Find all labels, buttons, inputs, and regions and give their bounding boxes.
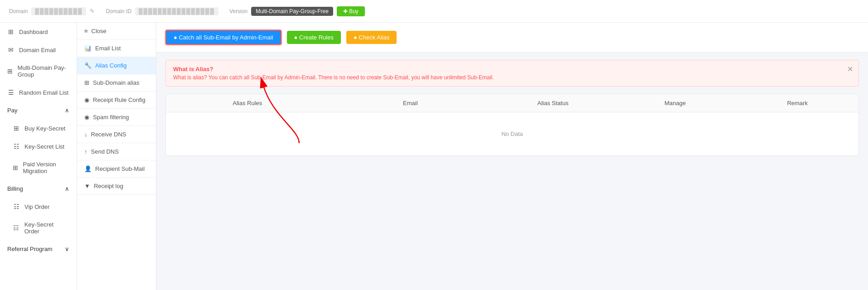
sidebar-item-key-secret-list[interactable]: ☷ Key-Secret List [0,137,77,155]
dashboard-icon: ⊞ [7,28,15,35]
catch-all-button[interactable]: ● Catch all Sub-Email by Admin-Email [165,30,281,45]
multi-domain-icon: ⊞ [7,68,13,75]
secondary-item-close[interactable]: ≡ Close [77,23,156,40]
buy-button[interactable]: ✚ Buy [337,6,365,16]
info-box-description: What is alias? You can catch all Sub-Ema… [173,74,851,81]
edit-icon[interactable]: ✎ [90,8,95,14]
secondary-item-sub-domain-alias[interactable]: ⊞ Sub-Domain alias [77,74,156,92]
mail-icon: ✉ [7,46,15,53]
bar-chart-icon: 📊 [84,45,92,52]
random-email-icon: ☰ [7,89,15,96]
sidebar-section-billing[interactable]: Billing ∧ [0,180,77,198]
secondary-item-alias-config[interactable]: 🔧 Alias Config [77,57,156,74]
sidebar-item-random-email[interactable]: ☰ Random Email List [0,83,77,102]
sidebar-item-label: Random Email List [19,89,68,96]
table-empty-message: No Data [166,112,858,155]
pay-label: Pay [7,107,17,114]
sidebar-item-dashboard[interactable]: ⊞ Dashboard [0,23,77,41]
spam-filter-icon: ◉ [84,114,89,121]
secondary-item-label: Receipt log [94,183,123,189]
table-header: Alias Rules Email Alias Status Manage Re… [166,94,858,112]
sidebar: ⊞ Dashboard ✉ Domain Email ⊞ Multi-Domai… [0,23,77,290]
sidebar-item-label: Vip Order [24,203,49,210]
secondary-item-label: Spam filtering [93,114,129,121]
secondary-item-email-list[interactable]: 📊 Email List [77,40,156,57]
secondary-item-label: Recipient Sub-Mail [95,165,145,172]
sidebar-item-label: Buy Key-Secret [24,125,65,132]
sidebar-item-label: Domain Email [19,47,56,53]
domain-id-label: Domain ID [106,8,131,14]
col-alias-status: Alias Status [492,94,614,112]
key-secret-order-icon: ☷ [13,224,20,232]
sidebar-item-label: Dashboard [19,29,48,35]
secondary-item-label: Receive DNS [91,131,126,138]
col-manage: Manage [614,94,737,112]
secondary-item-label: Receipt Rule Config [93,97,145,103]
secondary-item-spam-filtering[interactable]: ◉ Spam filtering [77,109,156,126]
billing-label: Billing [7,185,23,192]
chevron-up-icon: ∧ [65,107,69,114]
buy-key-icon: ⊞ [13,125,20,132]
referral-label: Referral Program [7,246,53,252]
col-email: Email [329,94,492,112]
main-layout: ⊞ Dashboard ✉ Domain Email ⊞ Multi-Domai… [0,23,868,290]
sidebar-item-label: Key-Secret List [24,143,64,150]
send-dns-icon: ↑ [84,148,87,155]
sidebar-section-pay[interactable]: Pay ∧ [0,102,77,119]
domain-value: ██████████ [31,7,86,15]
info-box-title: What is Alias? [173,66,851,72]
main-content: ● Catch all Sub-Email by Admin-Email ● C… [156,23,868,290]
domain-label: Domain [9,8,28,14]
secondary-item-label: Send DNS [91,148,119,155]
domain-section: Domain ██████████ ✎ [9,7,95,15]
close-icon: ≡ [84,28,88,34]
version-label: Version [229,8,247,14]
sidebar-item-buy-key-secret[interactable]: ⊞ Buy Key-Secret [0,119,77,137]
recipient-sub-mail-icon: 👤 [84,165,92,172]
version-badge: Multi-Domain Pay-Group-Free [251,7,333,16]
alias-config-icon: 🔧 [84,62,92,69]
sidebar-item-label: Paid Version Migration [23,161,69,174]
vip-order-icon: ☷ [13,203,20,210]
secondary-item-label: Email List [95,45,121,52]
migration-icon: ⊞ [13,164,19,171]
secondary-item-label: Alias Config [95,62,126,69]
secondary-sidebar: ≡ Close 📊 Email List 🔧 Alias Config ⊞ Su… [77,23,156,290]
sidebar-item-label: Multi-Domain Pay-Group [18,64,69,78]
col-remark: Remark [736,94,858,112]
receipt-log-icon: ▼ [84,183,90,189]
domain-id-section: Domain ID ████████████████ [106,7,218,15]
sidebar-item-domain-email[interactable]: ✉ Domain Email [0,41,77,59]
sidebar-item-vip-order[interactable]: ☷ Vip Order [0,198,77,216]
version-section: Version Multi-Domain Pay-Group-Free ✚ Bu… [229,6,365,16]
domain-id-value: ████████████████ [135,7,218,15]
sidebar-item-key-secret-order[interactable]: ☷ Key-Secret Order [0,216,77,240]
create-rules-button[interactable]: ● Create Rules [287,31,341,44]
info-box: What is Alias? What is alias? You can ca… [165,60,859,87]
secondary-item-receive-dns[interactable]: ↓ Receive DNS [77,126,156,143]
sidebar-item-paid-version-migration[interactable]: ⊞ Paid Version Migration [0,155,77,180]
secondary-item-receipt-rule-config[interactable]: ◉ Receipt Rule Config [77,92,156,109]
top-header: Domain ██████████ ✎ Domain ID ██████████… [0,0,868,23]
secondary-item-label: Close [92,28,107,34]
receive-dns-icon: ↓ [84,131,87,138]
check-alias-button[interactable]: ● Check Alias [346,31,397,44]
sidebar-section-referral[interactable]: Referral Program ∨ [0,240,77,258]
toolbar: ● Catch all Sub-Email by Admin-Email ● C… [156,23,868,53]
key-secret-list-icon: ☷ [13,143,20,150]
secondary-item-label: Sub-Domain alias [93,79,140,86]
sidebar-item-label: Key-Secret Order [24,221,69,235]
content-area: ≡ Close 📊 Email List 🔧 Alias Config ⊞ Su… [77,23,868,290]
secondary-item-recipient-sub-mail[interactable]: 👤 Recipient Sub-Mail [77,160,156,178]
secondary-item-send-dns[interactable]: ↑ Send DNS [77,143,156,160]
col-alias-rules: Alias Rules [166,94,329,112]
sidebar-item-multi-domain[interactable]: ⊞ Multi-Domain Pay-Group [0,59,77,83]
data-table: Alias Rules Email Alias Status Manage Re… [165,94,859,156]
secondary-item-receipt-log[interactable]: ▼ Receipt log [77,178,156,195]
sub-domain-icon: ⊞ [84,79,89,86]
close-info-button[interactable]: ✕ [847,65,853,73]
chevron-down-icon: ∨ [65,246,69,252]
receipt-rule-icon: ◉ [84,97,89,103]
chevron-up-icon: ∧ [65,185,69,192]
